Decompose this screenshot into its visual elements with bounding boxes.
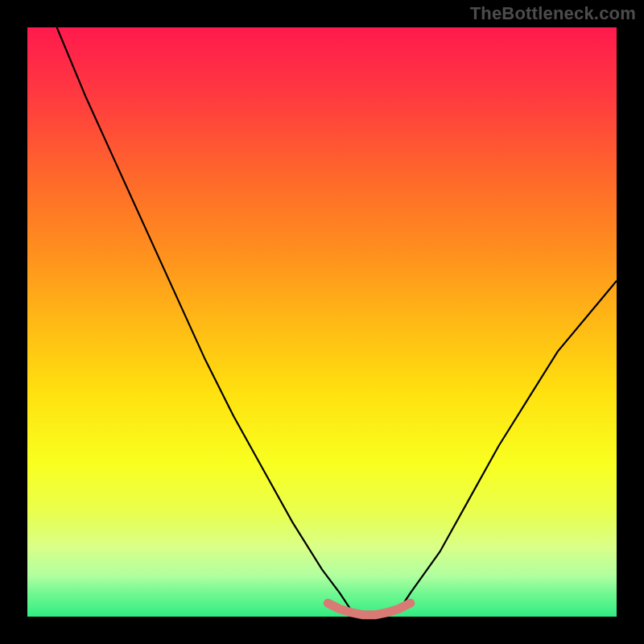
chart-frame: TheBottleneck.com: [0, 0, 644, 644]
attribution-label: TheBottleneck.com: [470, 3, 636, 24]
plot-area: [27, 27, 617, 617]
bottleneck-curve-path: [57, 27, 617, 617]
curve-layer: [27, 27, 617, 617]
optimal-band-path: [328, 603, 411, 615]
